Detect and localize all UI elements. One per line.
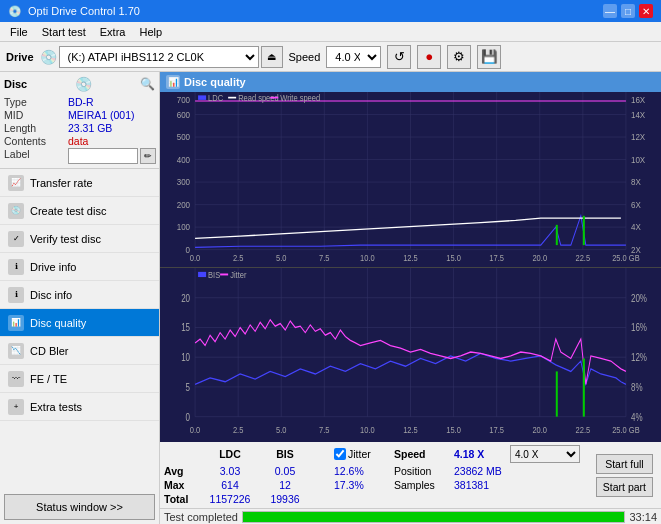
menu-file[interactable]: File [4, 25, 34, 39]
cd-bler-label: CD Bler [30, 345, 69, 357]
progress-status: Test completed [164, 511, 238, 523]
svg-text:4%: 4% [631, 411, 643, 422]
length-label: Length [4, 122, 64, 134]
label-edit-button[interactable]: ✏ [140, 148, 156, 164]
svg-text:10: 10 [181, 352, 190, 363]
position-val: 23862 MB [454, 465, 510, 477]
speed-select[interactable]: 4.0 X [510, 445, 580, 463]
svg-text:20%: 20% [631, 292, 647, 303]
sidebar: Disc 💿 🔍 Type BD-R MID MEIRA1 (001) Leng… [0, 72, 160, 524]
svg-text:15.0: 15.0 [446, 253, 461, 263]
sidebar-item-transfer-rate[interactable]: 📈 Transfer rate [0, 169, 159, 197]
menu-extra[interactable]: Extra [94, 25, 132, 39]
svg-text:17.5: 17.5 [489, 424, 504, 435]
verify-test-disc-label: Verify test disc [30, 233, 101, 245]
svg-text:LDC: LDC [208, 94, 223, 104]
svg-text:BIS: BIS [208, 269, 220, 280]
svg-text:22.5: 22.5 [576, 424, 591, 435]
sidebar-item-verify-test-disc[interactable]: ✓ Verify test disc [0, 225, 159, 253]
refresh-button[interactable]: ↺ [387, 45, 411, 69]
drive-info-icon: ℹ [8, 259, 24, 275]
drive-disc-icon: 💿 [40, 49, 57, 65]
progress-bar-area: Test completed 33:14 [160, 508, 661, 524]
drive-eject-button[interactable]: ⏏ [261, 46, 283, 68]
svg-text:25.0 GB: 25.0 GB [612, 253, 640, 263]
avg-label: Avg [164, 465, 200, 477]
svg-text:8X: 8X [631, 177, 641, 188]
sidebar-item-drive-info[interactable]: ℹ Drive info [0, 253, 159, 281]
top-chart-svg: 0 100 200 300 400 500 600 700 2X 4X 6X 8… [160, 92, 661, 267]
samples-label: Samples [394, 479, 454, 491]
menu-help[interactable]: Help [133, 25, 168, 39]
svg-text:400: 400 [177, 154, 191, 165]
max-label: Max [164, 479, 200, 491]
svg-text:17.5: 17.5 [489, 253, 504, 263]
svg-text:500: 500 [177, 132, 191, 143]
settings-button[interactable]: ⚙ [447, 45, 471, 69]
drive-bar: Drive 💿 (K:) ATAPI iHBS112 2 CL0K ⏏ Spee… [0, 42, 661, 72]
svg-text:5.0: 5.0 [276, 253, 287, 263]
action-buttons: Start full Start part [592, 444, 657, 506]
start-part-button[interactable]: Start part [596, 477, 653, 497]
progress-fill [243, 512, 624, 522]
sidebar-item-create-test-disc[interactable]: 💿 Create test disc [0, 197, 159, 225]
speed-dropdown[interactable]: 4.0 X [326, 46, 381, 68]
start-full-button[interactable]: Start full [596, 454, 653, 474]
bottom-chart-svg: 0 5 10 15 20 4% 8% 12% 16% 20% 0.0 2.5 [160, 268, 661, 443]
svg-text:5.0: 5.0 [276, 424, 287, 435]
status-window-button[interactable]: Status window >> [4, 494, 155, 520]
svg-text:100: 100 [177, 222, 191, 233]
svg-text:12.5: 12.5 [403, 253, 418, 263]
sidebar-item-disc-quality[interactable]: 📊 Disc quality [0, 309, 159, 337]
speed-header: Speed [394, 448, 454, 460]
svg-rect-53 [556, 225, 558, 245]
drive-dropdown[interactable]: (K:) ATAPI iHBS112 2 CL0K [59, 46, 259, 68]
svg-text:300: 300 [177, 177, 191, 188]
svg-text:Write speed: Write speed [280, 94, 320, 104]
minimize-button[interactable]: — [603, 4, 617, 18]
svg-text:10X: 10X [631, 154, 646, 165]
maximize-button[interactable]: □ [621, 4, 635, 18]
svg-text:10.0: 10.0 [360, 424, 375, 435]
fe-te-icon: 〰 [8, 371, 24, 387]
svg-text:Jitter: Jitter [230, 269, 246, 280]
disc-quality-icon: 📊 [8, 315, 24, 331]
svg-text:700: 700 [177, 95, 191, 106]
save-button[interactable]: 💾 [477, 45, 501, 69]
mid-label: MID [4, 109, 64, 121]
close-button[interactable]: ✕ [639, 4, 653, 18]
panel-icon: 📊 [166, 75, 180, 89]
drive-info-label: Drive info [30, 261, 76, 273]
drive-selector: 💿 (K:) ATAPI iHBS112 2 CL0K ⏏ [40, 46, 283, 68]
svg-text:12%: 12% [631, 352, 647, 363]
svg-text:2.5: 2.5 [233, 424, 244, 435]
svg-text:12X: 12X [631, 132, 646, 143]
svg-text:20.0: 20.0 [532, 424, 547, 435]
total-ldc: 1157226 [200, 493, 260, 505]
label-label: Label [4, 148, 64, 164]
jitter-checkbox[interactable] [334, 448, 346, 460]
sidebar-item-fe-te[interactable]: 〰 FE / TE [0, 365, 159, 393]
sidebar-item-disc-info[interactable]: ℹ Disc info [0, 281, 159, 309]
menu-start-test[interactable]: Start test [36, 25, 92, 39]
avg-bis: 0.05 [260, 465, 310, 477]
disc-info-icon: ℹ [8, 287, 24, 303]
label-input[interactable] [68, 148, 138, 164]
svg-rect-97 [556, 371, 558, 416]
svg-text:4X: 4X [631, 222, 641, 233]
app-title: Opti Drive Control 1.70 [28, 5, 140, 17]
sidebar-item-extra-tests[interactable]: + Extra tests [0, 393, 159, 421]
type-label: Type [4, 96, 64, 108]
disc-button[interactable]: ● [417, 45, 441, 69]
avg-jitter: 12.6% [334, 465, 394, 477]
stats-table: LDC BIS Jitter Speed 4.18 X 4.0 X [164, 444, 592, 506]
total-label: Total [164, 493, 200, 505]
svg-text:22.5: 22.5 [576, 253, 591, 263]
top-chart: 0 100 200 300 400 500 600 700 2X 4X 6X 8… [160, 92, 661, 268]
sidebar-item-cd-bler[interactable]: 📉 CD Bler [0, 337, 159, 365]
svg-text:10.0: 10.0 [360, 253, 375, 263]
svg-rect-92 [198, 271, 206, 276]
disc-scan-icon: 🔍 [140, 77, 155, 91]
content-area: 📊 Disc quality [160, 72, 661, 524]
bis-header: BIS [260, 448, 310, 460]
